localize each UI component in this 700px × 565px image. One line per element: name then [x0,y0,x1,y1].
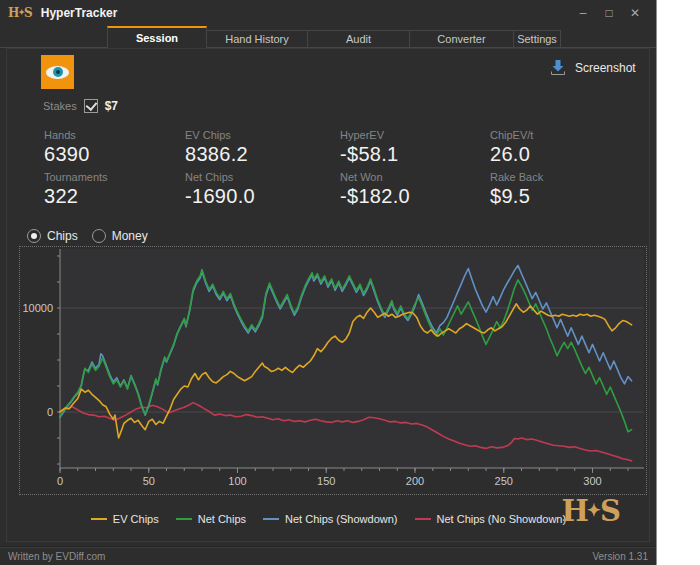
radio-chips[interactable]: Chips [27,229,78,243]
tab-settings[interactable]: Settings [513,30,561,47]
eye-icon [46,66,69,79]
legend-label: EV Chips [113,513,159,525]
svg-text:250: 250 [495,475,513,487]
chart-canvas: 010000050100150200250300 [20,247,646,494]
tab-audit[interactable]: Audit [307,30,410,47]
screenshot-label: Screenshot [575,61,636,75]
radio-money[interactable]: Money [92,229,148,243]
stat-hands: Hands 6390 [44,129,185,166]
hs-logo: H✦S [561,497,619,526]
stat-net-chips: Net Chips -1690.0 [185,171,340,208]
tab-converter[interactable]: Converter [409,30,514,47]
svg-text:0: 0 [57,475,63,487]
window-title: HyperTracker [41,6,118,20]
diamond-icon: ✦ [587,500,600,520]
app-window: H✦S HyperTracker – □ ✕ Session Hand Hist… [0,0,657,565]
legend-swatch [176,518,192,520]
status-version: Version 1.31 [592,551,648,562]
stat-tournaments: Tournaments 322 [44,171,185,208]
stat-net-won: Net Won -$182.0 [340,171,490,208]
svg-text:300: 300 [583,475,601,487]
chart-legend: EV ChipsNet ChipsNet Chips (Showdown)Net… [0,513,657,525]
legend-item: EV Chips [91,513,159,525]
status-bar: Written by EVDiff.com Version 1.31 [0,546,656,565]
svg-text:0: 0 [47,406,53,418]
svg-text:10000: 10000 [22,302,53,314]
minimize-button[interactable]: – [576,5,590,21]
legend-item: Net Chips [176,513,246,525]
screenshot-button[interactable]: Screenshot [549,59,636,76]
legend-label: Net Chips [198,513,246,525]
view-toggle: Chips Money [27,229,148,243]
tab-hand-history[interactable]: Hand History [206,30,308,47]
results-chart: 010000050100150200250300 [19,246,647,495]
tab-strip: Session Hand History Audit Converter Set… [0,26,656,48]
legend-label: Net Chips (Showdown) [285,513,398,525]
window-controls: – □ ✕ [576,5,642,21]
tab-session[interactable]: Session [107,26,207,48]
legend-swatch [415,518,431,520]
stat-hyper-ev: HyperEV -$58.1 [340,129,490,166]
radio-money-icon [92,229,106,243]
download-arrow-icon [549,59,567,76]
radio-chips-icon [27,229,41,243]
legend-swatch [91,518,107,520]
stakes-label: Stakes [43,100,77,112]
legend-item: Net Chips (No Showdown) [415,513,567,525]
svg-text:50: 50 [143,475,155,487]
eye-toggle-button[interactable] [41,55,74,89]
maximize-button[interactable]: □ [602,5,616,21]
stats-grid: Hands 6390 EV Chips 8386.2 HyperEV -$58.… [44,129,640,208]
legend-swatch [263,518,279,520]
stakes-checkbox[interactable] [84,99,98,113]
svg-text:200: 200 [406,475,424,487]
app-logo-icon: H✦S [8,7,32,19]
stat-ev-chips: EV Chips 8386.2 [185,129,340,166]
legend-item: Net Chips (Showdown) [263,513,398,525]
stakes-value: $7 [105,99,118,113]
legend-label: Net Chips (No Showdown) [437,513,567,525]
stakes-row: Stakes $7 [43,99,118,113]
title-bar: H✦S HyperTracker – □ ✕ [0,0,656,26]
status-credit: Written by EVDiff.com [8,551,105,562]
svg-text:100: 100 [228,475,246,487]
svg-text:150: 150 [317,475,335,487]
close-button[interactable]: ✕ [628,5,642,21]
stat-rake-back: Rake Back $9.5 [490,171,640,208]
stat-chip-ev-t: ChipEV/t 26.0 [490,129,640,166]
